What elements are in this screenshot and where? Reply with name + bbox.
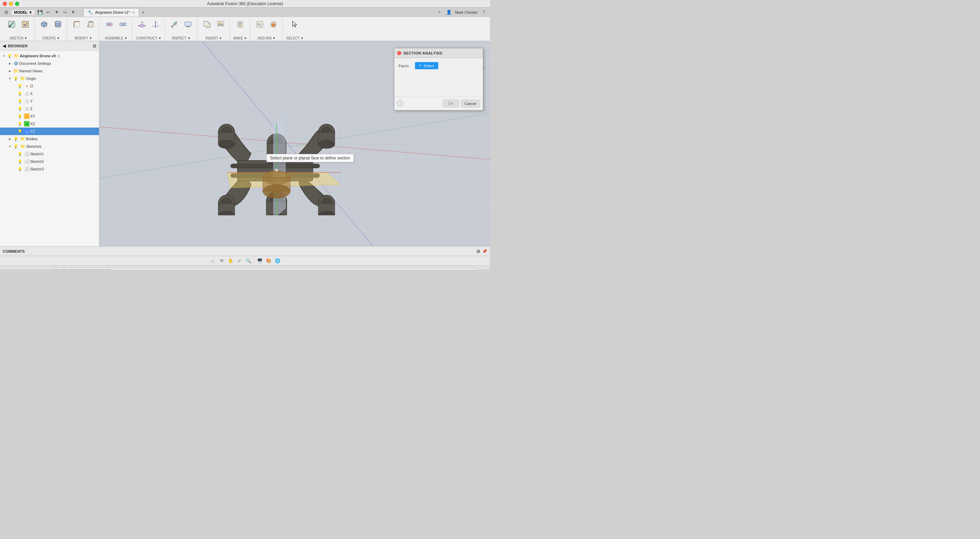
bodies-expand-arrow[interactable]: ▶ [8,137,12,141]
pan-icon[interactable]: ✋ [227,257,234,264]
undo-button[interactable]: ↩ [45,9,52,16]
root-options-icon[interactable]: ⊙ [57,54,60,58]
sketches-expand-arrow[interactable]: ▼ [8,144,12,149]
timeline-item-4[interactable] [75,269,82,270]
timeline-item-7[interactable] [98,269,105,270]
assemble-label[interactable]: ASSEMBLE ▼ [105,36,127,40]
bodies-label: Bodies [26,137,38,141]
apps-icon[interactable]: ⊞ [3,9,10,16]
redo-dropdown[interactable]: ▼ [70,9,76,16]
close-button[interactable] [3,2,7,6]
timeline-end-button[interactable]: ⏭ [41,269,49,270]
insert-label[interactable]: INSERT ▼ [205,36,222,40]
add-tab-button[interactable]: + [436,9,443,16]
addins-label[interactable]: ADD-INS ▼ [258,36,276,40]
inspect-display-icon[interactable] [182,18,194,30]
sketch-finish-icon[interactable] [19,18,32,30]
timeline-item-1[interactable] [52,269,59,270]
timeline-item-6[interactable] [90,269,97,270]
timeline-item-3[interactable] [67,269,74,270]
create-label[interactable]: CREATE ▼ [42,36,60,40]
tree-item-o[interactable]: 💡 ✦ O [0,82,99,90]
tree-item-xy[interactable]: 💡 ▭ XY [0,112,99,120]
redo-button[interactable]: ↪ [61,9,68,16]
section-panel-close[interactable] [397,51,401,55]
make-icon[interactable] [234,18,247,30]
timeline-item-2[interactable] [60,269,67,270]
create-cylinder-icon[interactable] [52,18,64,30]
timeline-item-8[interactable] [105,269,112,270]
assemble-joint-icon[interactable] [103,18,116,30]
tree-item-x[interactable]: 💡 ⬜ X [0,90,99,97]
model-dropdown[interactable]: MODEL ▼ [11,9,35,16]
maximize-button[interactable] [15,2,19,6]
orbit-icon[interactable]: ⟲ [218,257,225,264]
construct-label[interactable]: CONSTRUCT ▼ [136,36,162,40]
undo-dropdown[interactable]: ▼ [53,9,60,16]
modify-chamfer-icon[interactable] [84,18,97,30]
comments-options-icon[interactable]: ⊟ [477,249,480,254]
viewport[interactable]: Select plane or planar face to define se… [99,41,490,246]
assemble-rigid-icon[interactable] [117,18,129,30]
tree-item-origin[interactable]: ▼ 💡 📁 Origin [0,75,99,82]
modify-fillet-icon[interactable] [71,18,83,30]
timeline-item-5[interactable] [83,269,89,270]
save-button[interactable]: 💾 [37,9,43,16]
new-tab-button[interactable]: + [140,9,146,16]
tree-item-z[interactable]: 💡 ⬜ Z [0,105,99,112]
tab-close-button[interactable]: ✕ [132,11,135,14]
named-views-arrow[interactable]: ▶ [8,69,12,73]
origin-expand-arrow[interactable]: ▼ [8,76,12,81]
account-icon[interactable]: 👤 [445,9,452,16]
construct-plane-icon[interactable] [136,18,148,30]
cancel-button[interactable]: Cancel [461,100,480,107]
tree-item-y[interactable]: 💡 ⬜ Y [0,97,99,105]
select-button[interactable]: ↖ Select [415,62,438,69]
insert-icon[interactable] [201,18,213,30]
timeline-start-button[interactable]: ⏮ [3,269,10,270]
ok-button[interactable]: OK [443,100,459,107]
make-label[interactable]: MAKE ▼ [233,36,247,40]
create-box-icon[interactable] [38,18,50,30]
tree-item-xz[interactable]: 💡 ▭ XZ [0,120,99,128]
browser-collapse-icon[interactable]: ◀ [3,43,6,48]
timeline-prev-button[interactable]: ◀ [12,269,20,270]
timeline-next-button[interactable]: ▶ [32,269,39,270]
zoom-window-icon[interactable]: 🔍 [245,257,252,264]
zoom-fit-icon[interactable]: ⤢ [236,257,243,264]
doc-settings-arrow[interactable]: ▶ [8,61,12,66]
select-label[interactable]: SELECT ▼ [286,36,304,40]
tree-item-root[interactable]: ▼ 💡 📁 Airgineers Drone v0 ⊙ [0,52,99,60]
tree-item-yz[interactable]: 💡 ▭ YZ [0,128,99,135]
sketch-label[interactable]: SKETCH ▼ [10,36,27,40]
tree-item-sketch2[interactable]: 💡 ⬜ Sketch2 [0,158,99,165]
view-home-icon[interactable]: ⌂ [209,257,216,264]
insert-canvas-icon[interactable] [215,18,227,30]
browser-options-icon[interactable]: ⊟ [93,43,96,48]
tree-item-sketch3[interactable]: 💡 ⬜ Sketch3 [0,165,99,173]
inspect-label[interactable]: INSPECT ▼ [172,36,191,40]
addins-icon[interactable] [267,18,280,30]
visual-style-icon[interactable]: 🎨 [265,257,272,264]
info-button[interactable]: i [397,100,403,107]
construct-axis-icon[interactable] [150,18,162,30]
help-icon[interactable]: ? [480,9,487,16]
inspect-measure-icon[interactable] [168,18,181,30]
minimize-button[interactable] [9,2,13,6]
tree-item-bodies[interactable]: ▶ 💡 📁 Bodies [0,135,99,143]
timeline-settings-button[interactable]: ⚙ [480,269,487,270]
addins-script-icon[interactable] [254,18,266,30]
root-expand-arrow[interactable]: ▼ [2,54,6,58]
select-cursor-icon[interactable] [289,18,301,30]
active-tab[interactable]: 🔧 Airgineers Drone v1* ✕ [83,8,139,16]
tree-item-doc-settings[interactable]: ▶ ⚙️ Document Settings [0,60,99,67]
tree-item-sketch1[interactable]: 💡 ⬜ Sketch1 [0,150,99,158]
tree-item-named-views[interactable]: ▶ 📁 Named Views [0,67,99,75]
timeline-play-button[interactable]: ▶ [22,269,29,270]
modify-label[interactable]: MODIFY ▼ [75,36,92,40]
comments-pin-icon[interactable]: 📌 [482,249,487,254]
tree-item-sketches[interactable]: ▼ 💡 📁 Sketches [0,143,99,150]
environment-icon[interactable]: 🌐 [274,257,281,264]
display-mode-icon[interactable]: 🖥️ [256,257,263,264]
sketch-tool-icon[interactable] [5,18,18,30]
